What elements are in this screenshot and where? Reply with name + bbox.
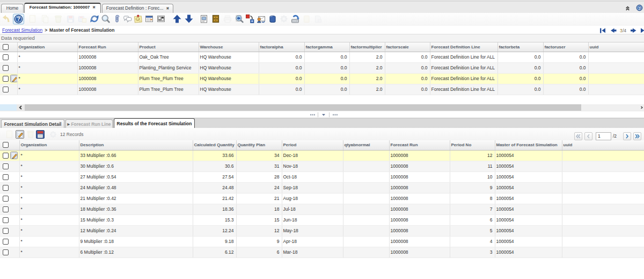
svg-text:?: ? xyxy=(17,16,20,22)
svg-text:/4: /4 xyxy=(623,28,626,33)
svg-text:?: ? xyxy=(638,6,641,11)
